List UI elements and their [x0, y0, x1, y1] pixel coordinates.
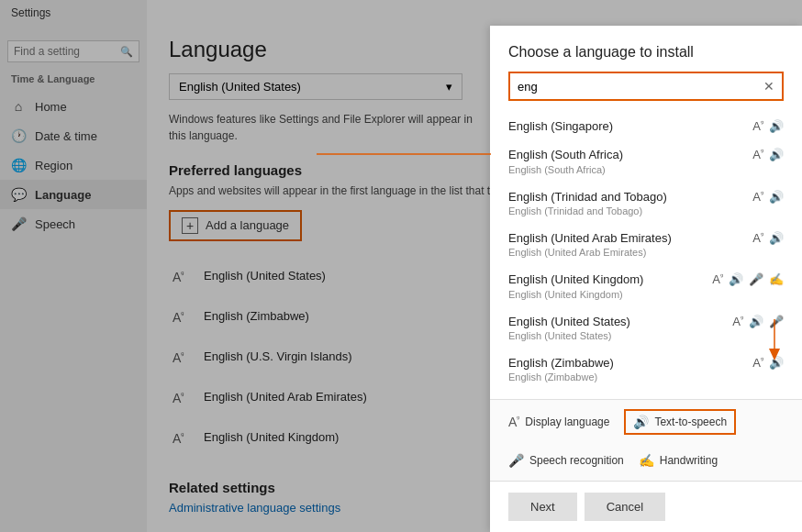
tts-feature-icon: 🔊 [633, 415, 649, 429]
tts-cap-icon: 🔊 [769, 148, 784, 161]
modal-list-item[interactable]: English (United Arab Emirates) Aᵍ 🔊 Engl… [490, 224, 802, 265]
spell-cap-icon: Aᵍ [752, 119, 763, 133]
handwrite-feature-icon: ✍ [639, 453, 654, 468]
lang-primary: English (Trinidad and Tobago) Aᵍ 🔊 [508, 190, 784, 204]
tts-cap-icon: 🔊 [769, 190, 784, 204]
capability-icons: Aᵍ 🔊 🎤 ✍ [712, 272, 784, 286]
tts-cap-icon: 🔊 [749, 315, 763, 328]
modal-search-input[interactable] [518, 80, 763, 94]
lang-secondary: English (Trinidad and Tobago) [508, 205, 784, 216]
spell-cap-icon: Aᵍ [752, 356, 763, 370]
modal-list-item[interactable]: English (United States) Aᵍ 🔊 🎤 English (… [490, 307, 802, 349]
feature-speech-label: Speech recognition [529, 454, 624, 467]
modal-list-item[interactable]: English (South Africa) Aᵍ 🔊 English (Sou… [490, 140, 802, 182]
lang-primary: English (United Kingdom) Aᵍ 🔊 🎤 ✍ [508, 272, 784, 286]
lang-name: English (Zimbabwe) [508, 356, 614, 370]
lang-name: English (South Africa) [508, 148, 623, 161]
lang-primary: English (Zimbabwe) Aᵍ 🔊 [508, 356, 784, 370]
voice-cap-icon: 🎤 [769, 315, 784, 328]
spell-cap-icon: Aᵍ [752, 190, 763, 204]
modal-search-box[interactable]: ✕ [508, 72, 784, 101]
capability-icons: Aᵍ 🔊 🎤 [732, 315, 784, 328]
feature-text-to-speech: 🔊 Text-to-speech [624, 409, 736, 435]
next-button[interactable]: Next [508, 493, 577, 521]
cancel-button[interactable]: Cancel [585, 493, 665, 521]
spell-cap-icon: Aᵍ [712, 272, 723, 286]
modal-language-list: English (Singapore) Aᵍ 🔊 English (South … [490, 112, 802, 399]
lang-primary: English (Singapore) Aᵍ 🔊 [508, 119, 784, 133]
lang-secondary: English (United States) [508, 330, 784, 341]
modal-features: Aᵍ Display language 🔊 Text-to-speech 🎤 S… [490, 399, 802, 481]
tts-cap-icon: 🔊 [769, 356, 784, 370]
feature-speech-recognition: 🎤 Speech recognition [508, 449, 624, 471]
modal-list-item[interactable]: Patois [490, 390, 802, 399]
modal-footer: Next Cancel [490, 481, 802, 532]
tts-cap-icon: 🔊 [769, 231, 784, 245]
lang-name: English (Trinidad and Tobago) [508, 190, 667, 204]
feature-handwriting-label: Handwriting [660, 454, 718, 467]
spell-cap-icon: Aᵍ [752, 231, 763, 245]
lang-secondary: English (United Kingdom) [508, 289, 784, 300]
modal-list-item[interactable]: English (Singapore) Aᵍ 🔊 [490, 112, 802, 140]
lang-primary: English (South Africa) Aᵍ 🔊 [508, 148, 784, 161]
spell-cap-icon: Aᵍ [732, 315, 743, 328]
capability-icons: Aᵍ 🔊 [752, 231, 784, 245]
lang-name: English (United Arab Emirates) [508, 231, 672, 245]
modal-list-item[interactable]: English (Trinidad and Tobago) Aᵍ 🔊 Engli… [490, 183, 802, 224]
lang-primary: English (United States) Aᵍ 🔊 🎤 [508, 315, 784, 328]
handwrite-cap-icon: ✍ [769, 272, 784, 286]
voice-cap-icon: 🎤 [749, 272, 763, 286]
clear-search-button[interactable]: ✕ [763, 79, 774, 94]
lang-name: English (United Kingdom) [508, 272, 643, 286]
lang-secondary: English (United Arab Emirates) [508, 247, 784, 258]
language-install-modal: Choose a language to install ✕ English (… [490, 26, 802, 532]
lang-primary: English (United Arab Emirates) Aᵍ 🔊 [508, 231, 784, 245]
lang-secondary: English (Zimbabwe) [508, 371, 784, 382]
speech-feature-icon: 🎤 [508, 453, 524, 468]
capability-icons: Aᵍ 🔊 [752, 190, 784, 204]
spell-cap-icon: Aᵍ [752, 148, 763, 161]
capability-icons: Aᵍ 🔊 [752, 119, 784, 133]
display-lang-icon: Aᵍ [508, 415, 519, 429]
lang-secondary: English (South Africa) [508, 164, 784, 175]
lang-name: English (United States) [508, 315, 630, 328]
features-row: Aᵍ Display language 🔊 Text-to-speech 🎤 S… [508, 409, 784, 471]
feature-tts-label: Text-to-speech [654, 416, 727, 428]
tts-cap-icon: 🔊 [729, 272, 743, 286]
modal-list-item[interactable]: English (United Kingdom) Aᵍ 🔊 🎤 ✍ Englis… [490, 265, 802, 306]
modal-list-item[interactable]: English (Zimbabwe) Aᵍ 🔊 English (Zimbabw… [490, 349, 802, 390]
feature-handwriting: ✍ Handwriting [639, 449, 718, 471]
lang-name: English (Singapore) [508, 119, 613, 133]
feature-display-language: Aᵍ Display language [508, 409, 609, 435]
tts-cap-icon: 🔊 [769, 119, 784, 133]
capability-icons: Aᵍ 🔊 [752, 148, 784, 161]
capability-icons: Aᵍ 🔊 [752, 356, 784, 370]
modal-title: Choose a language to install [490, 26, 802, 72]
feature-display-label: Display language [525, 416, 609, 428]
